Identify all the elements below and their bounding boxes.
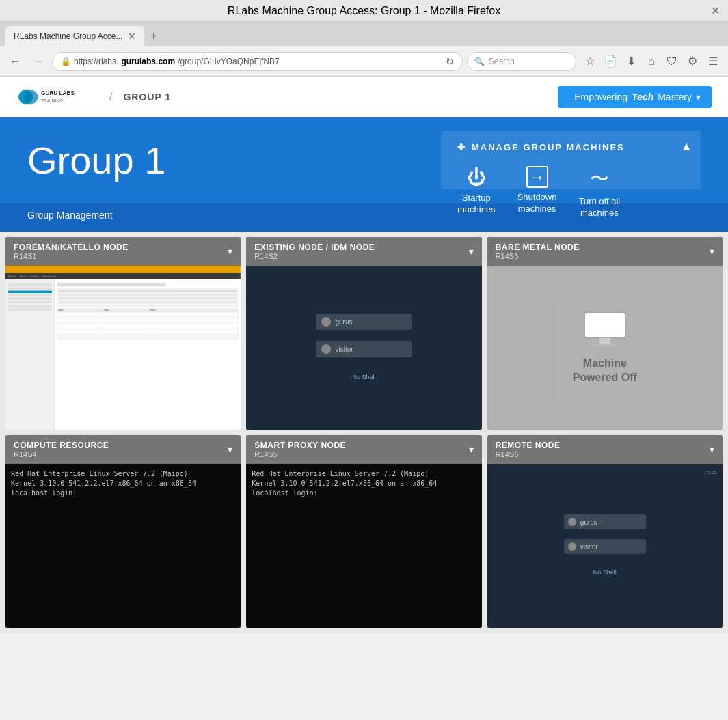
- app-header: GURU LABS TRAINING / GROUP 1 _Empowering…: [0, 77, 728, 117]
- hero-section: Group 1 ▲ ✤ MANAGE GROUP MACHINES ⏻ Star…: [0, 117, 728, 203]
- browser-titlebar: RLabs Machine Group Access: Group 1 - Mo…: [0, 0, 728, 22]
- empowering-prefix: _Empowering: [569, 92, 628, 102]
- group-management-label: Group Management: [27, 210, 113, 221]
- machine-header-info: COMPUTE RESOURCE R14S4: [14, 441, 109, 458]
- machine-header-info: SMART PROXY NODE R14S5: [254, 441, 346, 458]
- machine-header-info: EXISTING NODE / IDM NODE R14S2: [254, 243, 375, 260]
- card-expand-button[interactable]: ▾: [710, 246, 714, 257]
- machine-card: REMOTE NODE R14S6 ▾ 16:25 gurus visitor: [487, 435, 723, 628]
- card-expand-button[interactable]: ▾: [228, 246, 232, 257]
- machine-card: EXISTING NODE / IDM NODE R14S2 ▾ gurus v…: [246, 237, 481, 430]
- startup-machines-button[interactable]: ⏻ Startupmachines: [457, 166, 496, 219]
- browser-close-button[interactable]: ✕: [710, 6, 720, 16]
- machine-card-header: REMOTE NODE R14S6 ▾: [487, 435, 723, 464]
- browser-title: RLabs Machine Group Access: Group 1 - Mo…: [228, 5, 500, 17]
- manage-title-text: MANAGE GROUP MACHINES: [472, 142, 625, 152]
- machine-name: REMOTE NODE: [496, 441, 561, 450]
- svg-point-1: [24, 89, 38, 104]
- machine-name: BARE METAL NODE: [496, 243, 580, 252]
- machine-preview[interactable]: MachinePowered Off: [487, 266, 723, 430]
- browser-tabs: RLabs Machine Group Acce... ✕ +: [0, 22, 728, 46]
- search-placeholder: Search: [489, 57, 515, 66]
- collapse-panel-button[interactable]: ▲: [680, 139, 692, 154]
- machine-preview[interactable]: 16:25 gurus visitor No Shell: [487, 464, 723, 628]
- addons-button[interactable]: ⚙: [683, 52, 702, 71]
- machine-id: R14S2: [254, 252, 375, 260]
- machines-grid: FOREMAN/KATELLO NODE R14S1 ▾ Monitor Hos…: [0, 232, 728, 633]
- machine-id: R14S1: [14, 252, 129, 260]
- url-prefix: https://rlabs.: [74, 57, 118, 66]
- machine-card: SMART PROXY NODE R14S5 ▾ Red Hat Enterpr…: [246, 435, 481, 628]
- shutdown-machines-button[interactable]: → Shutdownmachines: [517, 166, 557, 219]
- machine-card: COMPUTE RESOURCE R14S4 ▾ Red Hat Enterpr…: [5, 435, 241, 628]
- machine-preview[interactable]: Red Hat Enterprise Linux Server 7.2 (Mai…: [246, 464, 481, 628]
- browser-addressbar: ← → 🔒 https://rlabs.gurulabs.com/group/G…: [0, 46, 728, 77]
- machine-card-header: BARE METAL NODE R14S3 ▾: [487, 237, 723, 266]
- svg-rect-5: [599, 338, 610, 344]
- card-expand-button[interactable]: ▾: [228, 444, 232, 455]
- svg-text:TRAINING: TRAINING: [41, 98, 63, 102]
- machine-header-info: BARE METAL NODE R14S3: [496, 243, 580, 260]
- header-right: _EmpoweringTechMastery ▾: [558, 86, 712, 108]
- machine-name: FOREMAN/KATELLO NODE: [14, 243, 129, 252]
- svg-rect-6: [593, 344, 617, 346]
- shutdown-icon: →: [526, 166, 548, 188]
- reader-view-button[interactable]: 📄: [601, 52, 620, 71]
- breadcrumb: GROUP 1: [123, 92, 171, 102]
- browser-tab-active[interactable]: RLabs Machine Group Acce... ✕: [5, 26, 144, 46]
- turnoff-machines-button[interactable]: 〜 Turn off allmachines: [578, 166, 620, 219]
- search-bar[interactable]: 🔍 Search: [467, 52, 576, 71]
- machine-header-info: FOREMAN/KATELLO NODE R14S1: [14, 243, 129, 260]
- reload-button[interactable]: ↻: [446, 56, 454, 67]
- browser-toolbar: ☆ 📄 ⬇ ⌂ 🛡 ⚙ ☰: [580, 52, 723, 71]
- gurulabs-logo: GURU LABS TRAINING: [16, 85, 98, 109]
- tab-title: RLabs Machine Group Acce...: [14, 31, 122, 41]
- url-accent: gurulabs.com: [121, 57, 175, 66]
- svg-text:GURU LABS: GURU LABS: [41, 90, 75, 96]
- machine-name: EXISTING NODE / IDM NODE: [254, 243, 375, 252]
- dropdown-chevron-icon: ▾: [696, 92, 701, 102]
- home-button[interactable]: ⌂: [642, 52, 661, 71]
- machine-id: R14S6: [496, 450, 561, 458]
- forward-button[interactable]: →: [29, 52, 48, 71]
- machine-preview[interactable]: Monitor Hosts Content Infrastructure: [5, 266, 241, 430]
- new-tab-button[interactable]: +: [144, 29, 163, 44]
- manage-title: ✤ MANAGE GROUP MACHINES: [457, 142, 684, 152]
- machine-preview[interactable]: Red Hat Enterprise Linux Server 7.2 (Mai…: [5, 464, 241, 628]
- breadcrumb-separator: /: [109, 91, 112, 103]
- url-suffix: /group/GLIvYOaQNpEjfNB7: [178, 57, 280, 66]
- empowering-tech: Tech: [632, 92, 653, 102]
- download-button[interactable]: ⬇: [621, 52, 641, 71]
- menu-button[interactable]: ☰: [703, 52, 723, 71]
- machine-card-header: FOREMAN/KATELLO NODE R14S1 ▾: [5, 237, 241, 266]
- machine-name: COMPUTE RESOURCE: [14, 441, 109, 450]
- tab-close-button[interactable]: ✕: [128, 31, 136, 42]
- manage-actions: ⏻ Startupmachines → Shutdownmachines 〜 T…: [457, 166, 684, 219]
- turnoff-label: Turn off allmachines: [578, 196, 620, 219]
- machine-card-header: EXISTING NODE / IDM NODE R14S2 ▾: [246, 237, 481, 266]
- card-expand-button[interactable]: ▾: [710, 444, 714, 455]
- machine-id: R14S5: [254, 450, 346, 458]
- machine-card: BARE METAL NODE R14S3 ▾ MachinePowered O…: [487, 237, 723, 430]
- machine-header-info: REMOTE NODE R14S6: [496, 441, 561, 458]
- back-button[interactable]: ←: [5, 52, 25, 71]
- svg-rect-4: [584, 312, 625, 338]
- shutdown-label: Shutdownmachines: [517, 192, 557, 215]
- machine-name: SMART PROXY NODE: [254, 441, 346, 450]
- startup-icon: ⏻: [467, 166, 486, 189]
- pocket-button[interactable]: 🛡: [662, 52, 682, 71]
- empowering-suffix: Mastery: [658, 92, 692, 102]
- manage-icon: ✤: [457, 142, 466, 152]
- machine-card: FOREMAN/KATELLO NODE R14S1 ▾ Monitor Hos…: [5, 237, 241, 430]
- card-expand-button[interactable]: ▾: [469, 444, 474, 455]
- machine-preview[interactable]: gurus visitor No Shell: [246, 266, 481, 430]
- machine-id: R14S3: [496, 252, 580, 260]
- machine-id: R14S4: [14, 450, 109, 458]
- machine-card-header: COMPUTE RESOURCE R14S4 ▾: [5, 435, 241, 464]
- empowering-mastery-button[interactable]: _EmpoweringTechMastery ▾: [558, 86, 712, 108]
- card-expand-button[interactable]: ▾: [469, 246, 474, 257]
- url-bar[interactable]: 🔒 https://rlabs.gurulabs.com/group/GLIvY…: [52, 52, 463, 71]
- bookmark-star-button[interactable]: ☆: [580, 52, 599, 71]
- manage-panel: ▲ ✤ MANAGE GROUP MACHINES ⏻ Startupmachi…: [441, 131, 701, 189]
- turnoff-icon: 〜: [590, 166, 609, 192]
